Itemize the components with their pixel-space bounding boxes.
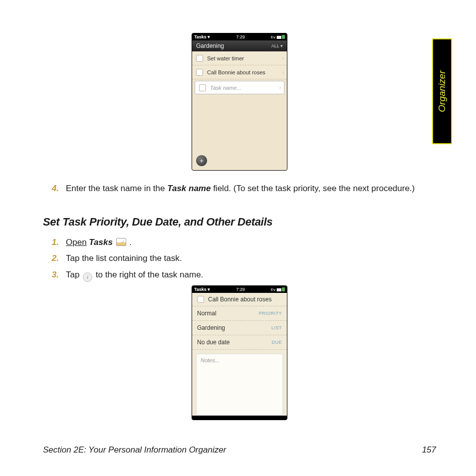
- phone-mock-2: Tasks ▾ 7:29 Ev ▮▮▮ Call Bonnie about ro…: [192, 285, 287, 420]
- step-3-text-a: Tap: [66, 270, 82, 279]
- task-name-input-row[interactable]: Task name... ›: [195, 81, 284, 94]
- due-row[interactable]: No due date DUE: [192, 335, 287, 350]
- task-row[interactable]: Call Bonnie about roses ›: [192, 65, 287, 79]
- section-heading: Set Task Priority, Due Date, and Other D…: [43, 216, 272, 229]
- step-4-text-a: Enter the task name in the: [66, 184, 167, 193]
- figure-task-details: Tasks ▾ 7:29 Ev ▮▮▮ Call Bonnie about ro…: [192, 285, 287, 420]
- side-tab-organizer: Organizer: [432, 38, 452, 144]
- step-4: 4. Enter the task name in the Task name …: [50, 183, 429, 195]
- ev-icon: Ev: [271, 287, 275, 292]
- phone1-body: Set water timer › Call Bonnie about rose…: [192, 51, 287, 170]
- list-value: Gardening: [197, 324, 225, 331]
- step-2-text: Tap the list containing the task.: [66, 250, 182, 266]
- step-2: 2. Tap the list containing the task.: [50, 250, 399, 266]
- checkbox-icon: [199, 84, 206, 91]
- phone2-body: Call Bonnie about roses Normal PRIORITY …: [192, 293, 287, 416]
- battery-icon: [282, 35, 285, 39]
- checkbox-icon[interactable]: [197, 296, 204, 303]
- task-row[interactable]: Set water timer ›: [192, 51, 287, 65]
- checkbox-icon[interactable]: [196, 69, 203, 76]
- priority-label: PRIORITY: [258, 311, 282, 316]
- step-1: 1. Open Tasks .: [50, 235, 399, 250]
- phone2-app-name: Tasks ▾: [194, 287, 210, 292]
- phone2-status-icons: Ev ▮▮▮: [271, 287, 285, 292]
- priority-row[interactable]: Normal PRIORITY: [192, 306, 287, 321]
- step-4-number: 4.: [50, 183, 59, 195]
- step-3-text-b: to the right of the task name.: [93, 270, 203, 279]
- figure-tasks-list: Tasks ▾ 7:29 Ev ▮▮▮ Gardening ALL ▾ Set …: [192, 33, 287, 171]
- battery-icon: [282, 287, 285, 291]
- phone1-header: Gardening ALL ▾: [192, 40, 287, 51]
- plus-icon: +: [200, 157, 204, 164]
- side-tab-label: Organizer: [437, 70, 448, 112]
- phone1-status-bar: Tasks ▾ 7:29 Ev ▮▮▮: [192, 33, 287, 40]
- open-link[interactable]: Open: [66, 238, 87, 247]
- phone2-time: 7:29: [236, 287, 245, 292]
- checkbox-icon[interactable]: [196, 55, 203, 62]
- priority-value: Normal: [197, 310, 217, 317]
- tasks-app-name: Tasks: [89, 238, 113, 247]
- signal-icon: ▮▮▮: [276, 287, 281, 292]
- task-name-placeholder[interactable]: Task name...: [210, 85, 276, 91]
- phone1-filter[interactable]: ALL ▾: [271, 43, 283, 48]
- step-1-period: .: [127, 238, 132, 247]
- phone-mock-1: Tasks ▾ 7:29 Ev ▮▮▮ Gardening ALL ▾ Set …: [192, 33, 287, 171]
- step-4-text-b: field. (To set the task priority, see th…: [211, 184, 415, 193]
- footer-page-number: 157: [422, 445, 436, 455]
- phone1-app-name: Tasks ▾: [194, 34, 210, 39]
- add-task-button[interactable]: +: [196, 155, 207, 166]
- info-icon: i: [83, 272, 92, 282]
- task-label: Set water timer: [207, 55, 279, 61]
- step-3-number: 3.: [50, 267, 59, 283]
- step-3: 3. Tap i to the right of the task name.: [50, 267, 399, 283]
- disclosure-icon: ›: [276, 85, 281, 90]
- notes-placeholder: Notes...: [201, 357, 220, 363]
- phone1-time: 7:29: [236, 34, 245, 39]
- task-name-field-label: Task name: [167, 184, 211, 193]
- list-row[interactable]: Gardening LIST: [192, 321, 287, 335]
- task-label: Call Bonnie about roses: [207, 69, 279, 75]
- steps-list: 1. Open Tasks . 2. Tap the list containi…: [50, 235, 399, 283]
- signal-icon: ▮▮▮: [276, 35, 281, 39]
- ev-icon: Ev: [271, 35, 275, 39]
- step-3-text: Tap i to the right of the task name.: [66, 267, 203, 283]
- disclosure-icon[interactable]: ›: [279, 69, 284, 75]
- tasks-app-icon: [116, 238, 126, 246]
- task-title-row: Call Bonnie about roses: [192, 293, 287, 306]
- step-1-text: Open Tasks .: [66, 235, 132, 250]
- step-2-number: 2.: [50, 250, 59, 266]
- due-value: No due date: [197, 339, 230, 346]
- phone2-status-bar: Tasks ▾ 7:29 Ev ▮▮▮: [192, 286, 287, 293]
- task-title: Call Bonnie about roses: [208, 296, 271, 303]
- due-label: DUE: [271, 340, 282, 345]
- phone1-status-icons: Ev ▮▮▮: [271, 35, 285, 39]
- phone1-list-title: Gardening: [196, 42, 224, 49]
- disclosure-icon[interactable]: ›: [279, 55, 284, 61]
- footer-section-title: Section 2E: Your Personal Information Or…: [43, 445, 226, 455]
- step-1-number: 1.: [50, 235, 59, 250]
- list-label: LIST: [271, 325, 282, 330]
- notes-field[interactable]: Notes...: [196, 354, 283, 416]
- step-4-text: Enter the task name in the Task name fie…: [66, 183, 415, 195]
